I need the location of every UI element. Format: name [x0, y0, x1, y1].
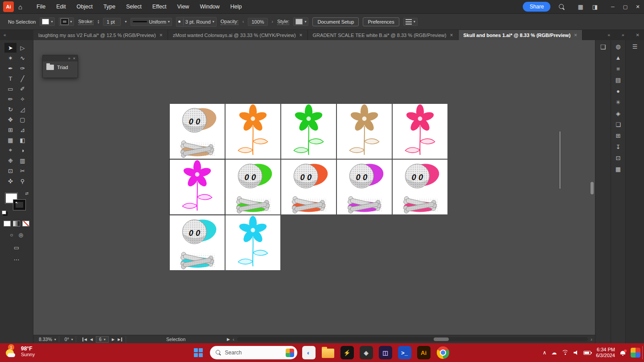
transparency-panel-icon[interactable]: ●	[616, 88, 620, 95]
column-graph-tool[interactable]: ▥	[16, 156, 29, 165]
pencil-tool[interactable]: ✏	[4, 94, 16, 104]
close-button[interactable]: ✕	[632, 0, 644, 14]
wifi-icon[interactable]	[562, 350, 569, 355]
next-artboard-button[interactable]: ▶	[112, 337, 115, 341]
draw-normal-icon[interactable]: ○	[10, 232, 13, 238]
maximize-button[interactable]: ▢	[619, 0, 632, 14]
clock[interactable]: 6:34 PM 6/3/2024	[596, 347, 615, 358]
search-highlight-icon[interactable]	[286, 349, 294, 357]
artboard-12[interactable]	[226, 215, 280, 270]
layers-panel-icon[interactable]: ❏	[615, 122, 621, 128]
stroke-weight-field[interactable]: 1 pt	[103, 18, 121, 26]
horizontal-scrollbar[interactable]	[237, 337, 588, 341]
taskbar-terminal-app[interactable]: >_	[397, 345, 412, 360]
hand-tool[interactable]: ✜	[4, 176, 16, 186]
horizontal-scrollbar-thumb[interactable]	[434, 337, 449, 341]
slice-tool[interactable]: ✂	[16, 166, 29, 176]
artboard-5[interactable]	[393, 104, 447, 159]
menu-item-window[interactable]: Window	[194, 0, 225, 13]
previous-artboard-button[interactable]: ◀	[90, 337, 93, 341]
artboard-10[interactable]: 0 0	[393, 160, 447, 214]
artboard-9[interactable]: 0 0	[337, 160, 392, 214]
panel-collapse-icon[interactable]: »	[68, 56, 70, 61]
taskbar-zap-app[interactable]: ⚡	[340, 345, 355, 360]
search-icon[interactable]	[558, 4, 565, 10]
selection-tool[interactable]: ➤	[4, 43, 16, 53]
shape-builder-tool[interactable]: ⊞	[4, 125, 16, 135]
document-tab-4[interactable]: Skull and bones 1.ai* @ 8.33 % (RGB/Prev…	[459, 30, 583, 40]
brush-definition-dropdown[interactable]: 3 pt. Round ▾	[176, 17, 217, 27]
arrange-documents-icon[interactable]: ▦	[578, 4, 583, 10]
tab-close-icon[interactable]: ×	[450, 32, 453, 38]
gradient-tool[interactable]: ◧	[16, 135, 29, 145]
taskbar-copilot-app[interactable]: ◐	[301, 345, 316, 360]
opacity-field[interactable]: 100%	[248, 18, 267, 26]
dock-collapse-icon[interactable]: «	[607, 33, 610, 37]
tray-overflow-icon[interactable]: ∧	[542, 350, 546, 356]
color-panel-icon[interactable]: ◍	[615, 44, 620, 50]
fill-color-dropdown[interactable]: ▾	[40, 17, 55, 26]
artboard-2[interactable]	[226, 104, 280, 159]
direct-selection-tool[interactable]: ▷	[16, 43, 29, 53]
document-tab-3[interactable]: GRADENT SCALE TEE white B.ai* @ 8.33 % (…	[308, 30, 459, 40]
artboard-7[interactable]: 0 0	[226, 160, 280, 214]
symbol-sprayer-tool[interactable]: ❉	[4, 156, 16, 165]
artboard-1[interactable]: 0 0	[170, 104, 225, 159]
stroke-panel-icon[interactable]: ≡	[616, 66, 620, 72]
rectangle-tool[interactable]: ▭	[4, 84, 16, 94]
gradient-button[interactable]	[13, 221, 20, 226]
eyedropper-tool[interactable]: ⌖	[4, 145, 16, 155]
last-artboard-button[interactable]: ▶	[118, 337, 122, 341]
artboard-11[interactable]: 0 0	[170, 215, 225, 270]
home-icon[interactable]: ⌂	[18, 3, 22, 11]
artboard-number-dropdown[interactable]: 6 ▾	[96, 336, 109, 343]
taskbar-file-explorer-app[interactable]	[320, 345, 336, 360]
screen-mode-button[interactable]: ▭	[14, 244, 19, 251]
menu-item-help[interactable]: Help	[225, 0, 247, 13]
battery-icon[interactable]	[583, 351, 591, 355]
zoom-tool[interactable]: ⚲	[16, 176, 29, 186]
preferences-button[interactable]: Preferences	[363, 17, 399, 26]
artboard-8[interactable]: 0 0	[281, 160, 336, 214]
export-panel-icon[interactable]: ⊡	[616, 155, 621, 161]
appearance-panel-icon[interactable]: ✳	[616, 99, 621, 106]
style-link[interactable]: Style:	[277, 19, 290, 25]
artboard-3[interactable]	[281, 104, 336, 159]
artboard-6[interactable]	[170, 160, 225, 214]
scroll-left-icon[interactable]: ‹	[233, 337, 234, 342]
3d-materials-panel-icon[interactable]: ❑	[600, 44, 606, 50]
tab-close-icon[interactable]: ×	[299, 32, 303, 38]
type-tool[interactable]: T	[4, 74, 16, 83]
artboard-4[interactable]	[337, 104, 392, 159]
opacity-link[interactable]: Opacity:	[221, 19, 238, 25]
first-artboard-button[interactable]: ◀	[82, 337, 87, 341]
free-transform-tool[interactable]: ▢	[16, 115, 29, 124]
edit-toolbar-icon[interactable]: ⋯	[14, 256, 20, 263]
perspective-grid-tool[interactable]: ⊿	[16, 125, 29, 135]
line-segment-tool[interactable]: ╱	[16, 74, 29, 83]
document-setup-button[interactable]: Document Setup	[312, 17, 359, 26]
curvature-tool[interactable]: ✑	[16, 63, 29, 73]
lasso-tool[interactable]: ∿	[16, 53, 29, 63]
document-tab-2[interactable]: zMost wanted Colorways.ai @ 33.33 % (CMY…	[168, 30, 308, 40]
status-expand-icon[interactable]: ▶	[227, 337, 230, 341]
rotation-dropdown[interactable]: 0° ▾	[62, 336, 76, 342]
menu-item-effect[interactable]: Effect	[147, 0, 172, 13]
tab-close-icon[interactable]: ×	[160, 32, 163, 38]
vertical-scrollbar-thumb[interactable]	[591, 182, 594, 194]
menu-item-file[interactable]: File	[31, 0, 51, 13]
swap-fill-stroke-icon[interactable]: ⇄	[25, 191, 29, 196]
menu-item-select[interactable]: Select	[121, 0, 147, 13]
opacity-decrease-icon[interactable]: ‹	[242, 19, 244, 24]
menu-item-edit[interactable]: Edit	[51, 0, 71, 13]
draw-behind-icon[interactable]: ◎	[18, 232, 23, 238]
share-button[interactable]: Share	[523, 2, 550, 12]
scroll-right-icon[interactable]: ›	[591, 337, 592, 342]
weather-widget[interactable]: 1 98°F Sunny	[5, 345, 35, 358]
tray-app-icon[interactable]	[631, 348, 640, 358]
taskbar-settings-app[interactable]: ◈	[359, 345, 374, 360]
stroke-color-dropdown[interactable]: ▾	[59, 17, 74, 26]
start-button[interactable]	[194, 348, 203, 358]
color-button[interactable]	[4, 221, 11, 226]
stroke-color-well[interactable]	[13, 200, 25, 210]
